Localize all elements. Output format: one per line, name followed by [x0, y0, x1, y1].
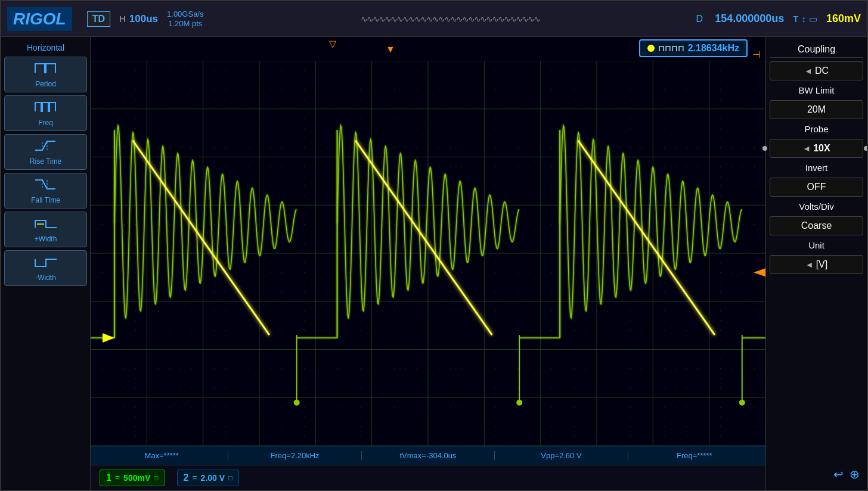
volts-div-value-box[interactable]: Coarse — [770, 216, 863, 235]
oscilloscope-display: RIGOL TD H 100us 1.00GSa/s 1.20M pts ∿∿∿… — [0, 0, 868, 491]
ch2-icon: □ — [228, 474, 232, 482]
neg-width-button[interactable]: -Width — [4, 250, 87, 286]
unit-title: Unit — [770, 238, 863, 253]
volts-div-value: Coarse — [801, 220, 832, 231]
probe-container: ◄ 10X — [770, 139, 863, 158]
freq-label: Freq — [38, 119, 53, 127]
freq-ch-dot — [647, 45, 655, 52]
horizontal-label: Horizontal — [4, 42, 87, 54]
scope-canvas — [91, 61, 765, 446]
ch2-coupling: = — [192, 473, 197, 483]
coupling-value: DC — [815, 66, 829, 76]
mode-badge: TD — [87, 11, 110, 27]
delay-value: 154.000000us — [715, 13, 784, 25]
scope-screen: ▽ ▼ ⊓⊓⊓⊓ 2.18634kHz ⊣ Max=***** Freq=2.2… — [91, 37, 765, 490]
trigger-edge-icon: ⊣ — [752, 49, 761, 60]
probe-arrow-left: ◄ — [802, 144, 811, 153]
h-label: H — [119, 14, 126, 24]
bw-limit-value-box[interactable]: 20M — [770, 100, 863, 119]
trigger-pos-marker: ▽ — [329, 38, 336, 49]
bw-limit-title: BW Limit — [770, 83, 863, 98]
meas-max: Max=***** — [95, 451, 228, 460]
measurements-bar: Max=***** Freq=2.20kHz tVmax=-304.0us Vp… — [91, 446, 765, 465]
probe-value: 10X — [813, 143, 830, 154]
rise-time-label: Rise Time — [30, 157, 61, 166]
ch2-voltage: 2.00 V — [201, 473, 225, 483]
screen-top-info: ▽ ▼ ⊓⊓⊓⊓ 2.18634kHz ⊣ — [91, 37, 765, 61]
meas-tvmax: tVmax=-304.0us — [362, 451, 495, 460]
sample-rate: 1.00GSa/s — [167, 10, 203, 18]
trigger-icon: ↕ — [801, 14, 806, 24]
battery-icon: ▭ — [809, 14, 817, 24]
ch1-voltage: 500mV — [123, 473, 150, 483]
time-scale-info: H 100us — [119, 13, 158, 25]
freq-measurement-box: ⊓⊓⊓⊓ 2.18634kHz — [639, 39, 748, 57]
trigger-voltage: 160mV — [826, 13, 861, 25]
meas-vpp: Vpp=2.60 V — [495, 451, 628, 460]
meas-freq2: Freq=***** — [628, 451, 761, 460]
ch1-coupling: = — [115, 473, 120, 483]
invert-value: OFF — [807, 182, 826, 192]
probe-title: Probe — [770, 122, 863, 136]
trigger-down-arrow: ▼ — [386, 44, 395, 55]
left-sidebar: Horizontal Period Freq — [1, 37, 91, 490]
unit-arrow-left: ◄ — [805, 260, 814, 269]
freq-icon — [34, 100, 58, 117]
probe-dot — [762, 146, 767, 151]
ch2-number: 2 — [184, 473, 189, 483]
pos-width-label: +Width — [35, 235, 57, 243]
meas-freq: Freq=2.20kHz — [228, 451, 361, 460]
period-button[interactable]: Period — [4, 57, 87, 92]
main-content: Horizontal Period Freq — [1, 37, 867, 490]
channel-bar: 1 = 500mV □ 2 = 2.00 V □ — [91, 465, 765, 490]
period-icon — [34, 61, 58, 78]
pos-width-icon — [34, 216, 58, 233]
time-scale-value: 100us — [129, 13, 158, 25]
nav-back-icon[interactable]: ↩ — [833, 467, 844, 481]
nav-dial-icon[interactable]: ⊕ — [850, 467, 860, 481]
fall-time-icon — [34, 177, 58, 194]
period-label: Period — [35, 80, 56, 88]
coupling-arrow-left: ◄ — [804, 66, 813, 76]
bw-limit-value: 20M — [807, 104, 826, 115]
freq-value: 2.18634kHz — [688, 43, 739, 54]
ch2-indicator[interactable]: 2 = 2.00 V □ — [177, 470, 240, 486]
pos-width-button[interactable]: +Width — [4, 212, 87, 247]
unit-value: [V] — [816, 259, 828, 270]
freq-wave-icon: ⊓⊓⊓⊓ — [658, 43, 684, 53]
top-right-info: D 154.000000us — [696, 13, 785, 25]
memory-depth: 1.20M pts — [168, 19, 202, 28]
sample-rate-info: 1.00GSa/s 1.20M pts — [167, 10, 203, 28]
coupling-container: ◄ DC — [770, 61, 863, 80]
ch1-icon: □ — [154, 474, 158, 482]
rise-time-button[interactable]: Rise Time — [4, 134, 87, 170]
probe-value-box[interactable]: ◄ 10X — [770, 139, 863, 158]
coupling-title: Coupling — [770, 42, 863, 58]
right-sidebar: Coupling ◄ DC BW Limit 20M Probe ◄ 10X — [765, 37, 867, 490]
trigger-label: T — [793, 14, 798, 24]
invert-value-box[interactable]: OFF — [770, 178, 863, 197]
rigol-logo: RIGOL — [7, 7, 72, 31]
waveform-grid — [91, 61, 765, 446]
trigger-info: T ↕ ▭ — [793, 14, 817, 24]
freq-button[interactable]: Freq — [4, 95, 87, 131]
ch1-number: 1 — [106, 473, 111, 483]
neg-width-label: -Width — [35, 274, 56, 282]
d-label: D — [696, 14, 703, 24]
rise-time-icon — [34, 138, 58, 156]
ch1-indicator[interactable]: 1 = 500mV □ — [100, 470, 165, 486]
fall-time-button[interactable]: Fall Time — [4, 173, 87, 209]
wave-indicator: ∿∿∿∿∿∿∿∿∿∿∿∿∿∿∿∿∿∿∿∿∿∿∿∿∿∿∿∿∿∿ — [212, 14, 687, 24]
probe-dot-right — [864, 146, 867, 151]
invert-title: Invert — [770, 160, 863, 175]
volts-div-title: Volts/Div — [770, 199, 863, 214]
coupling-value-box[interactable]: ◄ DC — [770, 61, 863, 80]
nav-arrows: ↩ ⊕ — [770, 464, 863, 485]
fall-time-label: Fall Time — [31, 196, 60, 204]
neg-width-icon — [34, 254, 58, 272]
top-bar: RIGOL TD H 100us 1.00GSa/s 1.20M pts ∿∿∿… — [1, 1, 867, 37]
unit-value-box[interactable]: ◄ [V] — [770, 255, 863, 274]
